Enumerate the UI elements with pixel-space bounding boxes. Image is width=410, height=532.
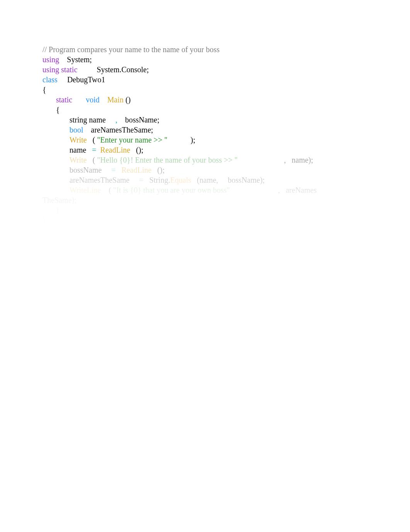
code-line-using-static: using static System.Console; xyxy=(42,65,368,75)
code-line-write2: Write ( "Hello {0}! Enter the name of yo… xyxy=(42,155,368,165)
code-brace-open-inner: { xyxy=(42,105,368,115)
code-brace-close-inner: } xyxy=(42,205,368,215)
code-line-readline1: name = ReadLine (); xyxy=(42,145,368,155)
code-comment: // Program compares your name to the nam… xyxy=(42,44,368,54)
faded-section: Write ( "Hello {0}! Enter the name of yo… xyxy=(42,155,368,225)
code-line-using: using System; xyxy=(42,54,368,65)
code-line-readline2: bossName = ReadLine (); xyxy=(42,165,368,175)
code-line-writeline: WriteLine ( "It is {0} that you are your… xyxy=(42,185,368,195)
code-line-main: static void Main () xyxy=(42,95,368,105)
code-line-continuation: TheSame); xyxy=(42,195,368,205)
code-line-equals: areNamesTheSame = String.Equals (name, b… xyxy=(42,175,368,185)
code-line-class: class DebugTwo1 xyxy=(42,75,368,85)
code-line-bool-decl: bool areNamesTheSame; xyxy=(42,125,368,135)
code-line-write1: Write ( "Enter your name >> " ); xyxy=(42,135,368,145)
code-brace-close: } xyxy=(42,215,368,225)
code-brace-open: { xyxy=(42,85,368,95)
code-line-string-decl: string name , bossName; xyxy=(42,115,368,125)
code-block: // Program compares your name to the nam… xyxy=(42,44,368,225)
